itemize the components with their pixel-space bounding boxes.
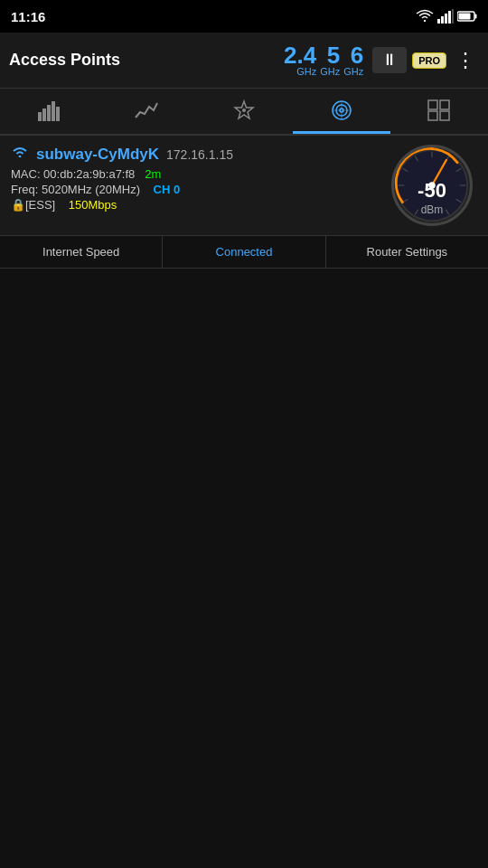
star-icon	[232, 99, 256, 121]
freq-24-value: 2.4	[284, 43, 316, 67]
network-ssid: subway-CyMdyK	[36, 146, 159, 164]
status-bar: 11:16	[0, 0, 488, 33]
toolbar: Access Points 2.4 GHz 5 GHz 6 GHz ⏸ PRO …	[0, 33, 488, 89]
signal-status-icon	[437, 9, 454, 24]
lock-icon: 🔒	[11, 198, 25, 212]
svg-rect-3	[448, 11, 451, 24]
network-ess: [ESS]	[25, 198, 55, 212]
svg-rect-20	[428, 100, 437, 109]
freq-6-unit: GHz	[343, 67, 363, 77]
svg-rect-23	[440, 111, 449, 120]
network-name-row: subway-CyMdyK 172.16.1.15	[11, 145, 387, 164]
svg-rect-22	[428, 111, 437, 120]
wifi-icon	[11, 145, 29, 164]
svg-rect-0	[437, 19, 440, 24]
svg-rect-12	[56, 107, 60, 121]
network-info: subway-CyMdyK 172.16.1.15 MAC: 00:db:2a:…	[11, 145, 387, 226]
freq-5-unit: GHz	[320, 67, 340, 77]
status-time: 11:16	[11, 9, 45, 24]
svg-rect-2	[445, 14, 447, 24]
freq-6-value: 6	[351, 43, 363, 67]
signal-value: -50	[418, 181, 446, 201]
freq-5-value: 5	[327, 43, 340, 67]
network-ess-row: 🔒[ESS] 150Mbps	[11, 198, 387, 212]
grid-icon	[427, 99, 451, 121]
gauge-text: -50 dBm	[418, 154, 446, 217]
pause-icon: ⏸	[381, 51, 398, 70]
tab-grid[interactable]	[390, 89, 488, 134]
network-ip: 172.16.1.15	[166, 147, 233, 162]
toolbar-actions: ⏸ PRO ⋮	[372, 47, 479, 74]
network-mac: MAC: 00:db:2a:9b:a7:f8	[11, 167, 135, 181]
battery-status-icon	[457, 10, 477, 23]
tab-graph[interactable]	[98, 89, 195, 134]
network-speed: 150Mbps	[69, 198, 117, 212]
network-freq-row: Freq: 5020MHz (20MHz) CH 0	[11, 183, 387, 196]
gauge-circle: -50 dBm	[391, 145, 473, 226]
freq-badge-6: 6 GHz	[343, 43, 363, 77]
svg-rect-8	[38, 112, 42, 121]
radar-icon	[330, 99, 353, 121]
more-options-button[interactable]: ⋮	[452, 47, 479, 74]
pause-button[interactable]: ⏸	[372, 47, 407, 73]
bar-chart-icon	[37, 99, 61, 121]
svg-rect-10	[47, 105, 51, 121]
more-icon: ⋮	[455, 49, 475, 71]
tab-bar	[0, 89, 488, 136]
svg-rect-21	[440, 100, 449, 109]
tab-radar[interactable]	[293, 89, 390, 134]
internet-speed-button[interactable]: Internet Speed	[0, 236, 163, 268]
freq-24-unit: GHz	[296, 67, 316, 77]
svg-rect-1	[441, 16, 444, 24]
tab-bar-chart[interactable]	[0, 89, 98, 134]
internet-speed-label: Internet Speed	[42, 245, 119, 259]
connected-button[interactable]: Connected	[163, 236, 325, 268]
svg-rect-9	[42, 108, 46, 121]
svg-rect-7	[459, 14, 471, 20]
graph-icon	[135, 99, 158, 121]
pro-badge: PRO	[412, 52, 446, 69]
network-freq: Freq: 5020MHz (20MHz)	[11, 183, 140, 196]
router-settings-button[interactable]: Router Settings	[326, 236, 488, 268]
wifi-status-icon	[416, 9, 434, 24]
network-time: 2m	[145, 167, 161, 181]
action-row: Internet Speed Connected Router Settings	[0, 236, 488, 269]
network-card: subway-CyMdyK 172.16.1.15 MAC: 00:db:2a:…	[0, 136, 488, 236]
tab-star[interactable]	[195, 89, 293, 134]
freq-badge-24: 2.4 GHz	[284, 43, 316, 77]
svg-point-14	[242, 108, 246, 112]
signal-gauge: -50 dBm	[387, 145, 477, 226]
freq-badge-5: 5 GHz	[320, 43, 340, 77]
router-settings-label: Router Settings	[367, 245, 448, 259]
network-mac-row: MAC: 00:db:2a:9b:a7:f8 2m	[11, 167, 387, 181]
status-icons	[416, 9, 477, 24]
toolbar-title: Access Points	[9, 51, 284, 70]
signal-unit: dBm	[421, 203, 444, 216]
network-channel: CH 0	[154, 183, 181, 196]
svg-rect-4	[452, 9, 454, 24]
freq-badges: 2.4 GHz 5 GHz 6 GHz	[284, 43, 363, 77]
connected-label: Connected	[216, 245, 273, 259]
svg-rect-11	[52, 101, 55, 121]
svg-rect-6	[475, 14, 477, 19]
